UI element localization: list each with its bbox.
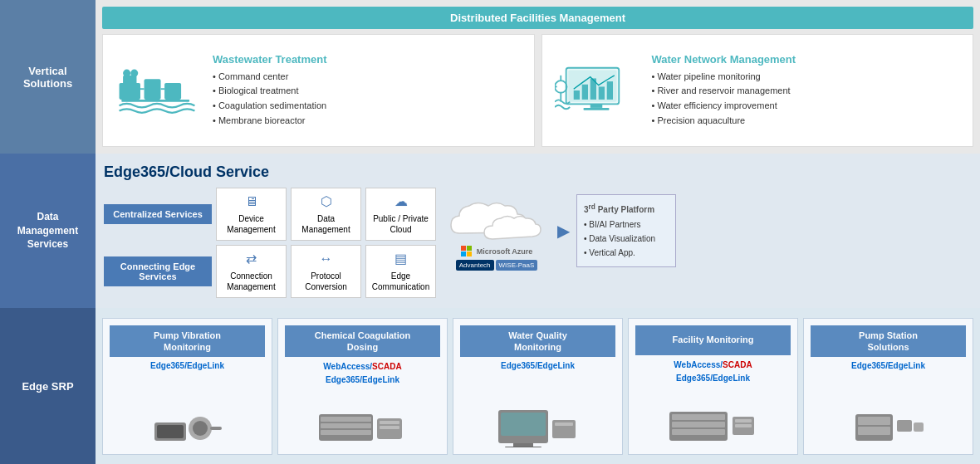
water-network-icon	[551, 57, 642, 124]
svg-rect-45	[735, 419, 752, 422]
svg-rect-17	[583, 108, 609, 110]
svg-rect-51	[914, 422, 924, 432]
wastewater-card: Wastewater Treatment Command centerBiolo…	[102, 34, 535, 147]
centralized-items: 🖥Device Management⬡Data Management☁Publi…	[216, 188, 436, 241]
service-icon: ⬡	[321, 193, 332, 211]
svg-rect-30	[321, 430, 371, 435]
services-grid: Centralized Services 🖥Device Management⬡…	[104, 188, 436, 298]
centralized-label: Centralized Services	[104, 204, 212, 224]
connecting-item: ↔Protocol Conversion	[291, 245, 361, 298]
svg-rect-14	[598, 86, 604, 99]
svg-rect-39	[555, 422, 573, 426]
srp-card-title: Water Quality Monitoring	[460, 325, 615, 358]
svg-rect-35	[501, 413, 546, 436]
svg-rect-11	[573, 90, 579, 100]
service-icon: ▤	[394, 251, 407, 268]
svg-rect-28	[321, 417, 371, 422]
wastewater-text: Wastewater Treatment Command centerBiolo…	[213, 53, 327, 128]
srp-link-blue: Edge365/EdgeLink	[326, 375, 399, 384]
wise-paas-badge: Advantech WISE-PaaS	[456, 260, 538, 271]
third-party-box: 3rd Party Platform BI/AI PartnersData Vi…	[576, 194, 676, 266]
srp-device-img	[110, 374, 265, 447]
svg-rect-12	[581, 85, 587, 100]
svg-rect-46	[735, 424, 752, 427]
svg-rect-6	[121, 100, 189, 102]
svg-rect-2	[145, 79, 161, 100]
svg-rect-36	[513, 443, 533, 447]
svg-rect-16	[590, 104, 602, 108]
service-icon: 🖥	[245, 193, 258, 211]
srp-card: Pump Station Solutions Edge365/EdgeLink	[803, 318, 973, 455]
svg-rect-41	[672, 414, 725, 420]
service-icon: ⇄	[246, 251, 257, 268]
srp-card: Pump Vibration Monitoring Edge365/EdgeLi…	[102, 318, 272, 455]
cloud-logos: Microsoft Azure Advantech WISE-PaaS	[456, 246, 538, 271]
centralized-row: Centralized Services 🖥Device Management⬡…	[104, 188, 436, 241]
srp-link-red: WebAccess/SCADA	[674, 359, 752, 369]
srp-cards-container: Pump Vibration Monitoring Edge365/EdgeLi…	[96, 308, 980, 464]
svg-rect-3	[164, 83, 181, 100]
third-party-items: BI/AI PartnersData VisualizationVertical…	[584, 217, 669, 260]
row2-label: Data Management Services	[0, 154, 96, 308]
connecting-items: ⇄Connection Management↔Protocol Conversi…	[216, 245, 436, 298]
connecting-item: ⇄Connection Management	[216, 245, 287, 298]
cloud-area: Microsoft Azure Advantech WISE-PaaS	[443, 192, 551, 271]
edge365-block: Edge365/Cloud Service Centralized Servic…	[104, 164, 436, 298]
connecting-row: Connecting Edge Services ⇄Connection Man…	[104, 245, 436, 298]
water-network-card: Water Network Management Water pipeline …	[541, 34, 974, 147]
water-network-text: Water Network Management Water pipeline …	[652, 53, 796, 128]
service-icon: ☁	[394, 193, 408, 211]
wastewater-icon	[111, 57, 203, 124]
srp-card: Facility Monitoring WebAccess/SCADAEdge3…	[628, 318, 798, 455]
centralized-item: 🖥Device Management	[216, 188, 287, 241]
svg-rect-0	[120, 83, 140, 100]
srp-card-title: Pump Station Solutions	[811, 325, 966, 358]
svg-rect-26	[210, 427, 222, 430]
srp-link-blue: Edge365/EdgeLink	[150, 361, 224, 370]
svg-point-25	[193, 421, 208, 436]
row3-label: Edge SRP	[0, 308, 96, 464]
service-icon: ↔	[320, 251, 333, 268]
srp-card-title: Facility Monitoring	[635, 325, 791, 355]
srp-card-title: Pump Vibration Monitoring	[110, 325, 265, 358]
srp-link-blue: Edge365/EdgeLink	[851, 361, 925, 370]
svg-rect-50	[897, 420, 912, 432]
svg-point-4	[123, 70, 130, 77]
svg-rect-15	[606, 81, 612, 100]
edge365-title: Edge365/Cloud Service	[104, 164, 436, 181]
srp-link-blue: Edge365/EdgeLink	[501, 361, 575, 370]
svg-rect-37	[505, 447, 541, 447]
centralized-item: ☁Public / Private Cloud	[365, 188, 436, 241]
srp-device-img	[635, 387, 791, 447]
right-arrow: ▶	[557, 221, 570, 241]
svg-rect-43	[672, 429, 725, 435]
srp-card: Chemical Coagulation Dosing WebAccess/SC…	[277, 318, 448, 455]
svg-rect-33	[380, 426, 399, 429]
srp-card: Water Quality Monitoring Edge365/EdgeLin…	[453, 318, 623, 455]
srp-link-blue: Edge365/EdgeLink	[676, 374, 750, 383]
centralized-item: ⬡Data Management	[291, 188, 361, 241]
srp-device-img	[811, 374, 966, 447]
svg-rect-23	[157, 425, 184, 438]
connecting-label: Connecting Edge Services	[104, 256, 212, 286]
svg-rect-29	[321, 423, 371, 428]
srp-link-red: WebAccess/SCADA	[323, 361, 401, 371]
svg-rect-32	[380, 421, 399, 424]
row1-label: Vertical Solutions	[0, 0, 96, 154]
connecting-item: ▤Edge Communication	[365, 245, 436, 298]
srp-card-title: Chemical Coagulation Dosing	[285, 325, 440, 358]
third-party-title: 3rd Party Platform	[584, 202, 669, 213]
svg-point-5	[130, 70, 138, 77]
srp-device-img	[285, 388, 440, 447]
svg-rect-48	[858, 417, 890, 425]
svg-rect-49	[858, 427, 890, 435]
microsoft-azure-logo: Microsoft Azure	[461, 246, 533, 257]
distributed-banner: Distributed Facilities Management	[102, 7, 973, 29]
svg-rect-42	[672, 422, 725, 427]
srp-device-img	[460, 374, 615, 447]
